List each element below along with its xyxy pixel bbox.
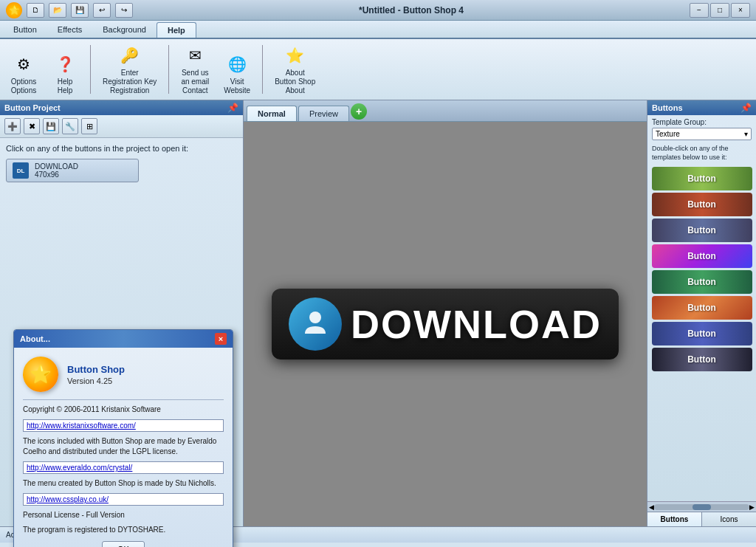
dialog-link-2[interactable]: http://www.everaldo.com/crystal/ (23, 461, 224, 474)
minimize-button[interactable]: − (690, 3, 709, 18)
svg-point-0 (309, 312, 321, 323)
window-title: *Untitled - Button Shop 4 (133, 5, 690, 16)
settings-button[interactable]: 🔧 (62, 118, 78, 134)
toolbar-email-label: Send usan email (181, 69, 209, 86)
window-controls: − □ × (690, 3, 750, 18)
template-button-7[interactable]: Button (652, 322, 752, 345)
dialog-link-1[interactable]: http://www.kristanixsoftware.com/ (23, 419, 224, 432)
toolbar-help-label: Help (58, 78, 73, 86)
toolbar-help[interactable]: ❓ Help Help (47, 51, 83, 97)
menu-tab-help[interactable]: Help (157, 22, 196, 38)
scroll-track (654, 504, 749, 510)
template-button-8[interactable]: Button (652, 348, 752, 371)
menu-bar: Button Effects Background Help (0, 21, 756, 39)
download-button-text: DOWNLOAD (351, 301, 602, 347)
horizontal-scrollbar[interactable]: ◀ ▶ (647, 501, 756, 512)
right-panel: Buttons 📌 Template Group: Texture ▾ Doub… (647, 100, 756, 526)
dialog-app-info: Button Shop Version 4.25 (67, 364, 125, 385)
title-bar: ⭐ 🗋 📂 💾 ↩ ↪ *Untitled - Button Shop 4 − … (0, 0, 756, 21)
email-icon: ✉ (183, 44, 207, 67)
dialog-close-button[interactable]: × (215, 333, 227, 345)
right-panel-bottom-tabs: Buttons Icons (647, 512, 756, 526)
toolbar-visit-website[interactable]: 🌐 VisitWebsite (219, 51, 255, 97)
save-button[interactable]: 💾 (71, 3, 89, 18)
dialog-menu-text: The menu created by Button Shop is made … (23, 478, 224, 489)
dialog-title-bar: About... × (14, 330, 233, 348)
toolbar-website-label: VisitWebsite (224, 78, 250, 95)
dialog-version: Version 4.25 (67, 376, 125, 385)
about-dialog: About... × ⭐ Button Shop Version 4.25 Co… (13, 329, 233, 547)
toolbar: ⚙ Options Options ❓ Help Help 🔑 EnterReg… (0, 39, 756, 100)
toolbar-separator-3 (262, 45, 263, 94)
template-button-4[interactable]: Button (652, 244, 752, 268)
redo-button[interactable]: ↪ (115, 3, 133, 18)
grid-button[interactable]: ⊞ (81, 118, 97, 134)
save-project-button[interactable]: 💾 (43, 118, 59, 134)
bottom-tab-buttons[interactable]: Buttons (647, 512, 702, 526)
open-button[interactable]: 📂 (49, 3, 66, 18)
dialog-registered: The program is registered to DYTOSHARE. (23, 525, 224, 535)
button-item-label: DOWNLOAD 470x96 (35, 162, 78, 179)
canvas-add-tab-button[interactable]: + (351, 103, 367, 120)
download-button-item[interactable]: DL DOWNLOAD 470x96 (6, 159, 139, 182)
download-button-preview[interactable]: DOWNLOAD (272, 289, 619, 359)
template-button-3[interactable]: Button (652, 219, 752, 242)
selected-group: Texture (656, 130, 680, 138)
close-button[interactable]: × (731, 3, 750, 18)
right-panel-header: Buttons 📌 (647, 100, 756, 115)
dialog-content: ⭐ Button Shop Version 4.25 Copyright © 2… (14, 348, 233, 547)
dialog-link-3[interactable]: http://www.cssplay.co.uk/ (23, 493, 224, 506)
template-group-select[interactable]: Texture ▾ (652, 128, 752, 140)
download-icon-circle (289, 297, 342, 351)
maximize-button[interactable]: □ (710, 3, 729, 18)
left-panel-title: Button Project (4, 103, 61, 112)
toolbar-contact-sublabel: Contact (182, 86, 207, 95)
dialog-title: About... (20, 334, 50, 343)
scroll-right-button[interactable]: ▶ (749, 503, 755, 511)
scroll-thumb (693, 504, 712, 510)
star-icon: ⭐ (284, 44, 307, 67)
toolbar-options-label: Options (11, 78, 36, 86)
button-item-icon: DL (13, 162, 29, 179)
toolbar-send-email[interactable]: ✉ Send usan email Contact (176, 42, 213, 97)
new-button[interactable]: 🗋 (27, 3, 44, 18)
template-button-6[interactable]: Button (652, 296, 752, 320)
left-toolbar: ➕ ✖ 💾 🔧 ⊞ (0, 115, 243, 138)
canvas-tab-preview[interactable]: Preview (298, 106, 349, 121)
right-panel-title: Buttons (652, 103, 683, 112)
bottom-tab-icons[interactable]: Icons (702, 512, 756, 526)
add-button[interactable]: ➕ (4, 118, 21, 134)
dialog-icons-text: The icons included with Button Shop are … (23, 436, 224, 457)
menu-tab-background[interactable]: Background (92, 22, 157, 38)
canvas-tab-normal[interactable]: Normal (247, 106, 297, 121)
canvas-content: DOWNLOAD (244, 122, 647, 526)
template-button-2[interactable]: Button (652, 193, 752, 216)
toolbar-separator-2 (168, 45, 169, 94)
center-area: Normal Preview + D (244, 100, 647, 526)
menu-tab-button[interactable]: Button (3, 22, 47, 38)
pin-icon[interactable]: 📌 (227, 103, 238, 113)
toolbar-options-sublabel: Options (11, 86, 36, 95)
toolbar-registration-sublabel: Registration (110, 86, 149, 95)
toolbar-about[interactable]: ⭐ AboutButton Shop About (270, 42, 320, 97)
dialog-separator-1 (23, 399, 224, 400)
main-area: Button Project 📌 ➕ ✖ 💾 🔧 ⊞ Click on any … (0, 100, 756, 526)
template-button-5[interactable]: Button (652, 270, 752, 294)
scroll-left-button[interactable]: ◀ (649, 503, 654, 511)
globe-icon: 🌐 (225, 52, 249, 76)
dialog-ok-button[interactable]: OK (102, 541, 145, 547)
panel-instructions: Click on any of the buttons in the proje… (6, 144, 237, 153)
remove-button[interactable]: ✖ (24, 118, 40, 134)
undo-button[interactable]: ↩ (93, 3, 111, 18)
right-panel-pin-icon[interactable]: 📌 (740, 103, 752, 113)
toolbar-options[interactable]: ⚙ Options Options (6, 51, 41, 97)
toolbar-help-sublabel: Help (58, 86, 73, 95)
menu-tab-effects[interactable]: Effects (47, 22, 92, 38)
app-logo-large: ⭐ (23, 357, 58, 392)
dialog-app-name: Button Shop (67, 364, 125, 375)
app-logo: ⭐ (6, 2, 22, 18)
template-group-label: Template Group: (647, 115, 756, 128)
dialog-header: ⭐ Button Shop Version 4.25 (23, 357, 224, 392)
toolbar-registration[interactable]: 🔑 EnterRegistration Key Registration (98, 42, 161, 97)
template-button-1[interactable]: Button (652, 167, 752, 190)
